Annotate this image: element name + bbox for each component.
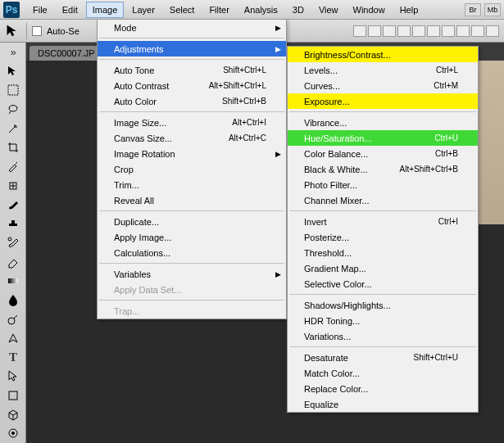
align-icon[interactable] — [427, 25, 440, 37]
document-tab[interactable]: DSC00007.JP — [30, 46, 103, 61]
pen-tool[interactable] — [2, 329, 25, 346]
gradient-tool[interactable] — [2, 272, 25, 289]
menu-mode[interactable]: Mode▶ — [98, 20, 286, 35]
align-icon[interactable] — [471, 25, 484, 37]
menu-select[interactable]: Select — [163, 2, 202, 18]
align-icon[interactable] — [397, 25, 411, 37]
menu-hdr-toning[interactable]: HDR Toning... — [288, 313, 478, 328]
menubar: Ps File Edit Image Layer Select Filter A… — [0, 0, 504, 20]
mb-icon[interactable]: Mb — [484, 3, 501, 16]
menu-gradient-map[interactable]: Gradient Map... — [288, 260, 478, 276]
separator — [289, 346, 476, 347]
menu-photo-filter[interactable]: Photo Filter... — [288, 177, 478, 192]
shape-tool[interactable] — [2, 386, 25, 404]
menu-apply-image[interactable]: Apply Image... — [98, 229, 286, 245]
move-tool[interactable] — [2, 62, 25, 79]
healing-tool[interactable] — [2, 177, 25, 194]
menu-invert[interactable]: InvertCtrl+I — [288, 214, 478, 229]
menu-variations[interactable]: Variations... — [288, 328, 478, 344]
eraser-tool[interactable] — [2, 253, 25, 270]
type-tool[interactable]: T — [2, 349, 25, 366]
menu-auto-contrast[interactable]: Auto ContrastAlt+Shift+Ctrl+L — [98, 78, 286, 93]
menu-window[interactable]: Window — [347, 2, 392, 18]
menu-replace-color[interactable]: Replace Color... — [288, 381, 478, 396]
stamp-tool[interactable] — [2, 215, 25, 233]
expand-icon[interactable]: » — [2, 43, 25, 61]
crop-tool[interactable] — [2, 138, 25, 156]
menu-file[interactable]: File — [26, 2, 54, 18]
separator — [99, 59, 284, 60]
menu-calculations[interactable]: Calculations... — [98, 245, 286, 260]
menu-brightness-contrast[interactable]: Brightness/Contrast... — [288, 47, 478, 62]
menu-hue-saturation[interactable]: Hue/Saturation...Ctrl+U — [288, 130, 478, 146]
menu-image-size[interactable]: Image Size...Alt+Ctrl+I — [98, 115, 286, 130]
menu-image[interactable]: Image — [86, 2, 125, 18]
menu-trap: Trap... — [98, 303, 286, 319]
menu-equalize[interactable]: Equalize — [288, 396, 478, 412]
menu-selective-color[interactable]: Selective Color... — [288, 276, 478, 292]
menu-auto-tone[interactable]: Auto ToneShift+Ctrl+L — [98, 62, 286, 78]
bridge-icon[interactable]: Br — [465, 3, 481, 16]
separator — [26, 23, 27, 39]
menu-reveal-all[interactable]: Reveal All — [98, 192, 286, 208]
menu-canvas-size[interactable]: Canvas Size...Alt+Ctrl+C — [98, 130, 286, 146]
menu-auto-color[interactable]: Auto ColorShift+Ctrl+B — [98, 93, 286, 109]
align-icon[interactable] — [456, 25, 470, 37]
align-icon[interactable] — [442, 25, 455, 37]
image-menu-dropdown: Mode▶ Adjustments▶ Auto ToneShift+Ctrl+L… — [97, 19, 287, 319]
menu-exposure[interactable]: Exposure... — [288, 93, 478, 109]
separator — [289, 294, 476, 295]
menu-edit[interactable]: Edit — [56, 2, 84, 18]
menu-match-color[interactable]: Match Color... — [288, 365, 478, 381]
svg-point-4 — [8, 318, 15, 324]
lasso-tool[interactable] — [2, 101, 25, 118]
toolbox: » T — [0, 43, 26, 443]
align-icon[interactable] — [412, 25, 425, 37]
menu-shadows-highlights[interactable]: Shadows/Highlights... — [288, 297, 478, 313]
menu-desaturate[interactable]: DesaturateShift+Ctrl+U — [288, 350, 478, 365]
align-icon[interactable] — [353, 25, 366, 37]
chevron-right-icon: ▶ — [275, 270, 281, 278]
menu-threshold[interactable]: Threshold... — [288, 245, 478, 260]
3d-tool[interactable] — [2, 405, 25, 423]
auto-select-label: Auto-Se — [47, 26, 79, 36]
camera-tool[interactable] — [2, 425, 25, 442]
menu-layer[interactable]: Layer — [125, 2, 161, 18]
separator — [99, 263, 284, 264]
svg-rect-0 — [8, 85, 18, 95]
path-select-tool[interactable] — [2, 368, 25, 385]
align-icon[interactable] — [486, 25, 499, 37]
menu-3d[interactable]: 3D — [286, 2, 311, 18]
menu-analysis[interactable]: Analysis — [238, 2, 284, 18]
svg-rect-5 — [9, 391, 17, 400]
marquee-tool[interactable] — [2, 82, 25, 99]
menu-adjustments[interactable]: Adjustments▶ — [98, 41, 286, 57]
dodge-tool[interactable] — [2, 310, 25, 328]
menu-variables[interactable]: Variables▶ — [98, 266, 286, 282]
menu-channel-mixer[interactable]: Channel Mixer... — [288, 192, 478, 208]
menu-duplicate[interactable]: Duplicate... — [98, 214, 286, 229]
align-icon[interactable] — [368, 25, 381, 37]
adjustments-submenu: Brightness/Contrast... Levels...Ctrl+L C… — [287, 46, 479, 413]
brush-tool[interactable] — [2, 196, 25, 213]
move-tool-icon[interactable] — [5, 25, 21, 38]
history-brush-tool[interactable] — [2, 234, 25, 251]
menu-curves[interactable]: Curves...Ctrl+M — [288, 78, 478, 93]
menu-crop[interactable]: Crop — [98, 161, 286, 177]
menu-posterize[interactable]: Posterize... — [288, 229, 478, 245]
menu-filter[interactable]: Filter — [202, 2, 235, 18]
blur-tool[interactable] — [2, 292, 25, 309]
menu-color-balance[interactable]: Color Balance...Ctrl+B — [288, 146, 478, 161]
auto-select-checkbox[interactable] — [32, 26, 42, 36]
menu-view[interactable]: View — [312, 2, 345, 18]
menu-image-rotation[interactable]: Image Rotation▶ — [98, 146, 286, 161]
menu-vibrance[interactable]: Vibrance... — [288, 115, 478, 130]
menu-trim[interactable]: Trim... — [98, 177, 286, 192]
menu-black-white[interactable]: Black & White...Alt+Shift+Ctrl+B — [288, 161, 478, 177]
wand-tool[interactable] — [2, 120, 25, 137]
separator — [99, 210, 284, 211]
eyedropper-tool[interactable] — [2, 158, 25, 175]
menu-levels[interactable]: Levels...Ctrl+L — [288, 62, 478, 78]
align-icon[interactable] — [383, 25, 396, 37]
menu-help[interactable]: Help — [393, 2, 425, 18]
